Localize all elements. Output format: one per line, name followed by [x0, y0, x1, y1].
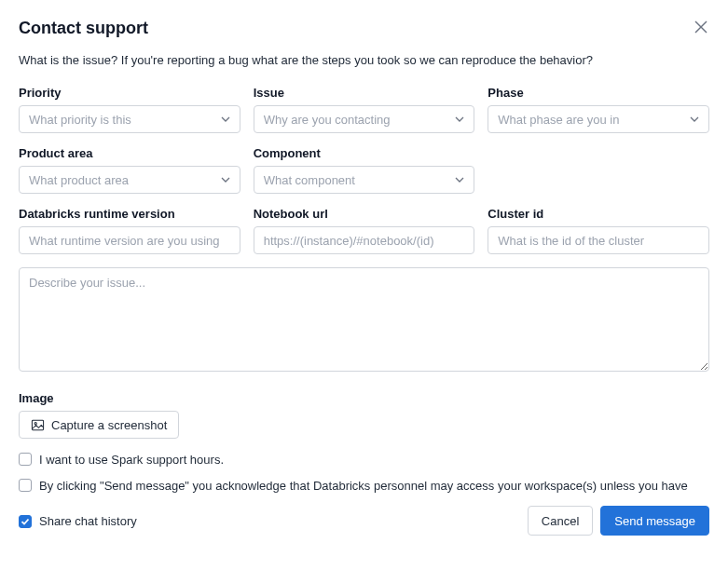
- issue-placeholder: Why are you contacting: [264, 113, 391, 127]
- cancel-button[interactable]: Cancel: [528, 506, 593, 536]
- priority-placeholder: What priority is this: [29, 113, 131, 127]
- component-select[interactable]: What component: [254, 166, 475, 194]
- modal-title: Contact support: [19, 19, 148, 38]
- spark-hours-checkbox[interactable]: [19, 453, 32, 466]
- notebook-url-input[interactable]: [254, 226, 475, 254]
- acknowledge-label: By clicking "Send message" you acknowled…: [39, 478, 709, 496]
- form-grid-row1: Priority What priority is this Issue Why…: [19, 86, 709, 133]
- priority-label: Priority: [19, 86, 240, 100]
- runtime-version-label: Databricks runtime version: [19, 207, 240, 221]
- product-area-select[interactable]: What product area: [19, 166, 240, 194]
- component-placeholder: What component: [264, 173, 355, 187]
- share-chat-checkbox[interactable]: [19, 515, 32, 528]
- modal-footer: Share chat history Cancel Send message: [19, 500, 709, 536]
- share-chat-label: Share chat history: [39, 514, 137, 528]
- close-button[interactable]: [693, 19, 709, 35]
- form-grid-row2: Product area What product area Component…: [19, 146, 709, 194]
- image-section: Image Capture a screenshot: [19, 391, 709, 439]
- issue-label: Issue: [254, 86, 475, 100]
- image-label: Image: [19, 391, 709, 405]
- footer-right: Cancel Send message: [528, 506, 709, 536]
- form-grid-row3: Databricks runtime version Notebook url …: [19, 207, 709, 254]
- contact-support-modal: Contact support What is the issue? If yo…: [0, 0, 728, 549]
- close-icon: [694, 20, 707, 34]
- cluster-id-input[interactable]: [488, 226, 709, 254]
- image-icon: [31, 418, 45, 432]
- chevron-down-icon: [690, 115, 699, 124]
- chevron-down-icon: [221, 115, 230, 124]
- cluster-id-label: Cluster id: [488, 207, 709, 221]
- runtime-version-input[interactable]: [19, 226, 240, 254]
- svg-point-3: [34, 422, 36, 424]
- footer-left: Share chat history: [19, 514, 137, 528]
- product-area-placeholder: What product area: [29, 173, 129, 187]
- phase-select[interactable]: What phase are you in: [488, 105, 709, 133]
- send-message-button[interactable]: Send message: [600, 506, 709, 536]
- chevron-down-icon: [455, 115, 464, 124]
- modal-subtitle: What is the issue? If you're reporting a…: [19, 53, 709, 67]
- capture-screenshot-button[interactable]: Capture a screenshot: [19, 411, 179, 439]
- spark-hours-row: I want to use Spark support hours.: [19, 452, 709, 468]
- acknowledge-checkbox[interactable]: [19, 479, 32, 492]
- acknowledge-row: By clicking "Send message" you acknowled…: [19, 478, 709, 496]
- modal-header: Contact support: [19, 19, 709, 38]
- chevron-down-icon: [221, 175, 230, 184]
- chevron-down-icon: [455, 175, 464, 184]
- spark-hours-label: I want to use Spark support hours.: [39, 452, 224, 468]
- phase-placeholder: What phase are you in: [498, 113, 619, 127]
- notebook-url-label: Notebook url: [254, 207, 475, 221]
- component-label: Component: [254, 146, 475, 160]
- capture-screenshot-label: Capture a screenshot: [51, 418, 167, 432]
- description-textarea[interactable]: [19, 267, 709, 372]
- check-icon: [21, 517, 30, 526]
- phase-label: Phase: [488, 86, 709, 100]
- priority-select[interactable]: What priority is this: [19, 105, 240, 133]
- issue-select[interactable]: Why are you contacting: [254, 105, 475, 133]
- product-area-label: Product area: [19, 146, 240, 160]
